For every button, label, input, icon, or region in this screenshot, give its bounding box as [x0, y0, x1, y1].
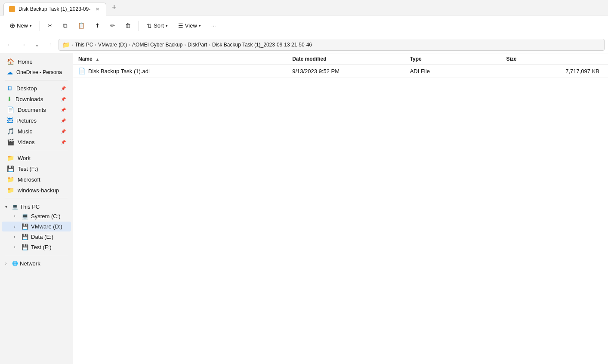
main-layout: 🏠 Home ☁ OneDrive - Persona 🖥 Desktop 📌 …: [0, 53, 608, 364]
sidebar-item-music[interactable]: 🎵 Music 📌: [2, 126, 71, 136]
sidebar-item-system-c-label: System (C:): [31, 213, 61, 219]
sidebar-item-windows-backup-label: windows-backup: [18, 187, 59, 194]
view-label: View: [185, 22, 197, 29]
table-row[interactable]: 📄 Disk Backup Task (1).adi 9/13/2023 9:5…: [73, 65, 608, 77]
this-pc-chevron: ▾: [5, 204, 10, 209]
sidebar-divider-2: [5, 150, 68, 150]
sidebar-item-downloads[interactable]: ⬇ Downloads 📌: [2, 94, 71, 104]
test-f-drive-chevron: ›: [14, 245, 19, 250]
cut-button[interactable]: ✂: [43, 20, 57, 31]
sidebar-item-home[interactable]: 🏠 Home: [2, 56, 71, 67]
toolbar-divider-1: [40, 21, 40, 31]
col-name[interactable]: Name ▲: [73, 53, 287, 65]
sidebar-item-home-label: Home: [18, 59, 33, 65]
sidebar-item-videos[interactable]: 🎬 Videos 📌: [2, 137, 71, 147]
breadcrumb-diskpart[interactable]: DiskPart: [188, 42, 207, 48]
sidebar-item-data-e-label: Data (E:): [31, 234, 53, 240]
downloads-icon: ⬇: [7, 96, 12, 102]
folder-icon: 📁: [62, 41, 70, 48]
breadcrumb-this-pc[interactable]: This PC: [75, 42, 93, 48]
content-area: Name ▲ Date modified Type Size: [73, 53, 608, 364]
rename-button[interactable]: ✏: [106, 20, 119, 31]
breadcrumb-aomei[interactable]: AOMEI Cyber Backup: [132, 42, 182, 48]
onedrive-icon: ☁: [7, 69, 13, 76]
file-type: ADI File: [405, 65, 501, 77]
up-button[interactable]: ↑: [45, 39, 57, 51]
sidebar-item-work[interactable]: 📁 Work: [2, 153, 71, 163]
breadcrumb-vmware[interactable]: VMware (D:): [98, 42, 127, 48]
breadcrumb: 📁 › This PC › VMware (D:) › AOMEI Cyber …: [59, 39, 605, 51]
new-button[interactable]: ⊕ New ▾: [5, 19, 36, 32]
copy-icon: ⧉: [63, 22, 68, 30]
pin-icon-desktop: 📌: [61, 86, 66, 91]
sidebar-item-system-c[interactable]: › 💻 System (C:): [2, 211, 71, 221]
sidebar-item-test-f-drive[interactable]: › 💾 Test (F:): [2, 242, 71, 252]
delete-button[interactable]: 🗑: [121, 20, 135, 31]
sort-arrow-icon: ▲: [96, 57, 99, 62]
vmware-d-chevron: ›: [14, 224, 19, 229]
system-c-icon: 💻: [22, 213, 28, 219]
sidebar-item-pictures-label: Pictures: [16, 117, 37, 124]
col-type-label: Type: [410, 56, 422, 62]
share-button[interactable]: ⬆: [91, 20, 104, 31]
pictures-icon: 🖼: [7, 117, 13, 124]
sidebar-item-onedrive[interactable]: ☁ OneDrive - Persona: [2, 67, 71, 77]
toolbar-divider-2: [139, 21, 139, 31]
tab-title: Disk Backup Task (1)_2023-09-: [19, 6, 90, 12]
back-button[interactable]: ←: [3, 39, 15, 51]
sidebar: 🏠 Home ☁ OneDrive - Persona 🖥 Desktop 📌 …: [0, 53, 73, 364]
network-section[interactable]: › 🌐 Network: [0, 258, 73, 268]
sidebar-item-documents-label: Documents: [18, 107, 46, 113]
new-tab-button[interactable]: +: [108, 2, 120, 14]
sidebar-item-vmware-d[interactable]: › 💾 VMware (D:): [2, 222, 71, 231]
this-pc-icon: 💻: [12, 204, 18, 210]
paste-button[interactable]: 📋: [74, 20, 89, 31]
sidebar-item-documents[interactable]: 📄 Documents 📌: [2, 105, 71, 115]
tab-close-button[interactable]: ✕: [94, 6, 101, 12]
network-chevron: ›: [5, 261, 10, 266]
sidebar-item-pictures[interactable]: 🖼 Pictures 📌: [2, 115, 71, 126]
sidebar-item-windows-backup[interactable]: 📁 windows-backup: [2, 185, 71, 195]
recent-button[interactable]: ⌄: [31, 39, 43, 51]
data-e-icon: 💾: [22, 234, 28, 240]
cut-icon: ✂: [48, 22, 52, 29]
sidebar-item-data-e[interactable]: › 💾 Data (E:): [2, 232, 71, 242]
sidebar-item-videos-label: Videos: [18, 139, 35, 145]
table-header: Name ▲ Date modified Type Size: [73, 53, 608, 65]
col-name-label: Name: [78, 56, 93, 62]
title-bar: Disk Backup Task (1)_2023-09- ✕ +: [0, 0, 608, 15]
sidebar-item-microsoft[interactable]: 📁 Microsoft: [2, 174, 71, 185]
sidebar-item-desktop[interactable]: 🖥 Desktop 📌: [2, 83, 71, 93]
breadcrumb-home[interactable]: 📁: [62, 41, 70, 48]
new-plus-icon: ⊕: [9, 22, 15, 30]
file-list: Name ▲ Date modified Type Size: [73, 53, 608, 364]
sort-icon: ⇅: [147, 22, 152, 29]
more-button[interactable]: ···: [207, 20, 220, 31]
file-type-icon: 📄: [78, 68, 86, 74]
sort-button[interactable]: ⇅ Sort ▾: [142, 20, 172, 31]
col-size[interactable]: Size: [501, 53, 608, 65]
breadcrumb-current[interactable]: Disk Backup Task (1)_2023-09-13 21-50-46: [212, 42, 312, 48]
this-pc-section[interactable]: ▾ 💻 This PC: [0, 201, 73, 211]
pin-icon-videos: 📌: [61, 140, 66, 145]
file-name: Disk Backup Task (1).adi: [88, 68, 150, 74]
toolbar: ⊕ New ▾ ✂ ⧉ 📋 ⬆ ✏ 🗑 ⇅ Sort ▾ ☰ View ▾ ··…: [0, 15, 608, 36]
work-folder-icon: 📁: [7, 154, 14, 161]
forward-button[interactable]: →: [17, 39, 29, 51]
sidebar-divider-1: [5, 80, 68, 80]
copy-button[interactable]: ⧉: [59, 20, 72, 32]
sidebar-item-test-f-label: Test (F:): [18, 166, 38, 172]
paste-icon: 📋: [78, 22, 85, 29]
sidebar-item-onedrive-label: OneDrive - Persona: [16, 69, 62, 75]
sidebar-item-test-f[interactable]: 💾 Test (F:): [2, 163, 71, 174]
view-button[interactable]: ☰ View ▾: [174, 20, 205, 31]
sidebar-item-music-label: Music: [18, 128, 32, 135]
col-type[interactable]: Type: [405, 53, 501, 65]
test-f-icon: 💾: [7, 165, 14, 172]
sidebar-item-test-f-drive-label: Test (F:): [31, 244, 52, 250]
active-tab[interactable]: Disk Backup Task (1)_2023-09- ✕: [3, 3, 106, 15]
col-date[interactable]: Date modified: [287, 53, 404, 65]
view-icon: ☰: [178, 22, 183, 29]
rename-icon: ✏: [110, 22, 115, 29]
desktop-icon: 🖥: [7, 85, 13, 92]
